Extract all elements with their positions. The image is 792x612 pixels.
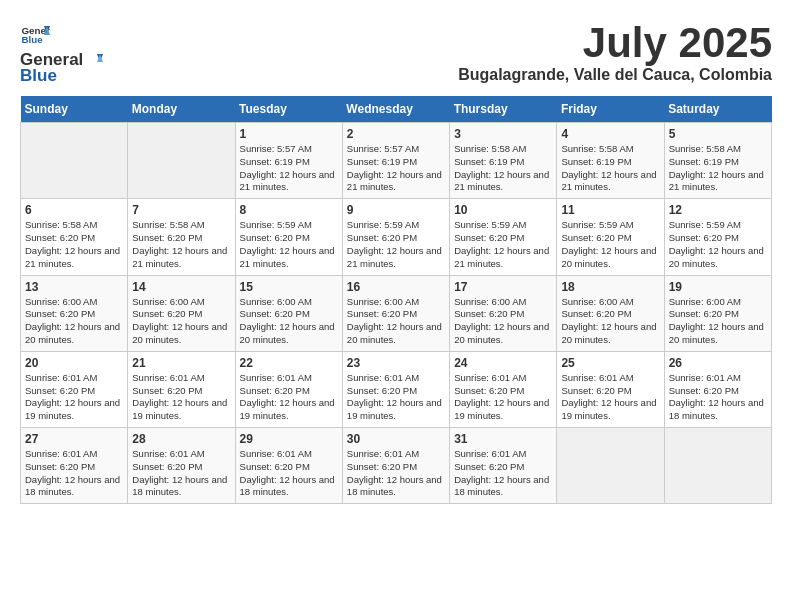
calendar-header: SundayMondayTuesdayWednesdayThursdayFrid… [21, 96, 772, 123]
day-info: Sunrise: 5:57 AMSunset: 6:19 PMDaylight:… [347, 143, 445, 194]
day-info: Sunrise: 6:01 AMSunset: 6:20 PMDaylight:… [240, 448, 338, 499]
calendar-week-2: 6Sunrise: 5:58 AMSunset: 6:20 PMDaylight… [21, 199, 772, 275]
day-number: 24 [454, 356, 552, 370]
calendar-cell: 13Sunrise: 6:00 AMSunset: 6:20 PMDayligh… [21, 275, 128, 351]
day-number: 4 [561, 127, 659, 141]
weekday-header-tuesday: Tuesday [235, 96, 342, 123]
day-info: Sunrise: 6:01 AMSunset: 6:20 PMDaylight:… [132, 448, 230, 499]
day-number: 21 [132, 356, 230, 370]
day-number: 1 [240, 127, 338, 141]
calendar-body: 1Sunrise: 5:57 AMSunset: 6:19 PMDaylight… [21, 123, 772, 504]
calendar-cell: 21Sunrise: 6:01 AMSunset: 6:20 PMDayligh… [128, 351, 235, 427]
location-subtitle: Bugalagrande, Valle del Cauca, Colombia [458, 66, 772, 84]
calendar-cell: 22Sunrise: 6:01 AMSunset: 6:20 PMDayligh… [235, 351, 342, 427]
day-info: Sunrise: 6:01 AMSunset: 6:20 PMDaylight:… [347, 372, 445, 423]
calendar-cell: 8Sunrise: 5:59 AMSunset: 6:20 PMDaylight… [235, 199, 342, 275]
day-number: 20 [25, 356, 123, 370]
title-area: July 2025 Bugalagrande, Valle del Cauca,… [458, 20, 772, 84]
calendar-cell: 6Sunrise: 5:58 AMSunset: 6:20 PMDaylight… [21, 199, 128, 275]
day-info: Sunrise: 6:01 AMSunset: 6:20 PMDaylight:… [454, 372, 552, 423]
calendar-cell: 29Sunrise: 6:01 AMSunset: 6:20 PMDayligh… [235, 428, 342, 504]
day-info: Sunrise: 6:00 AMSunset: 6:20 PMDaylight:… [454, 296, 552, 347]
calendar-cell: 7Sunrise: 5:58 AMSunset: 6:20 PMDaylight… [128, 199, 235, 275]
calendar-cell: 14Sunrise: 6:00 AMSunset: 6:20 PMDayligh… [128, 275, 235, 351]
calendar-cell: 28Sunrise: 6:01 AMSunset: 6:20 PMDayligh… [128, 428, 235, 504]
calendar-cell [128, 123, 235, 199]
day-info: Sunrise: 6:00 AMSunset: 6:20 PMDaylight:… [132, 296, 230, 347]
day-number: 16 [347, 280, 445, 294]
calendar-cell: 10Sunrise: 5:59 AMSunset: 6:20 PMDayligh… [450, 199, 557, 275]
day-number: 2 [347, 127, 445, 141]
calendar-cell: 11Sunrise: 5:59 AMSunset: 6:20 PMDayligh… [557, 199, 664, 275]
calendar-cell: 25Sunrise: 6:01 AMSunset: 6:20 PMDayligh… [557, 351, 664, 427]
calendar-cell [557, 428, 664, 504]
weekday-header-row: SundayMondayTuesdayWednesdayThursdayFrid… [21, 96, 772, 123]
day-number: 29 [240, 432, 338, 446]
logo: General Blue General Blue [20, 20, 103, 86]
logo-bird-icon [83, 50, 103, 70]
day-info: Sunrise: 6:01 AMSunset: 6:20 PMDaylight:… [25, 372, 123, 423]
day-number: 30 [347, 432, 445, 446]
calendar-cell: 12Sunrise: 5:59 AMSunset: 6:20 PMDayligh… [664, 199, 771, 275]
day-info: Sunrise: 5:58 AMSunset: 6:20 PMDaylight:… [25, 219, 123, 270]
day-info: Sunrise: 6:01 AMSunset: 6:20 PMDaylight:… [132, 372, 230, 423]
calendar-cell [21, 123, 128, 199]
day-info: Sunrise: 5:59 AMSunset: 6:20 PMDaylight:… [347, 219, 445, 270]
calendar-week-1: 1Sunrise: 5:57 AMSunset: 6:19 PMDaylight… [21, 123, 772, 199]
calendar-cell: 26Sunrise: 6:01 AMSunset: 6:20 PMDayligh… [664, 351, 771, 427]
day-info: Sunrise: 5:59 AMSunset: 6:20 PMDaylight:… [561, 219, 659, 270]
day-number: 13 [25, 280, 123, 294]
day-info: Sunrise: 6:01 AMSunset: 6:20 PMDaylight:… [25, 448, 123, 499]
day-info: Sunrise: 5:58 AMSunset: 6:20 PMDaylight:… [132, 219, 230, 270]
day-number: 22 [240, 356, 338, 370]
day-number: 28 [132, 432, 230, 446]
day-info: Sunrise: 6:01 AMSunset: 6:20 PMDaylight:… [454, 448, 552, 499]
calendar-cell: 1Sunrise: 5:57 AMSunset: 6:19 PMDaylight… [235, 123, 342, 199]
day-info: Sunrise: 5:59 AMSunset: 6:20 PMDaylight:… [669, 219, 767, 270]
day-number: 14 [132, 280, 230, 294]
calendar-cell: 27Sunrise: 6:01 AMSunset: 6:20 PMDayligh… [21, 428, 128, 504]
day-number: 5 [669, 127, 767, 141]
day-info: Sunrise: 5:58 AMSunset: 6:19 PMDaylight:… [669, 143, 767, 194]
weekday-header-friday: Friday [557, 96, 664, 123]
day-number: 6 [25, 203, 123, 217]
day-info: Sunrise: 6:00 AMSunset: 6:20 PMDaylight:… [669, 296, 767, 347]
day-number: 27 [25, 432, 123, 446]
weekday-header-sunday: Sunday [21, 96, 128, 123]
weekday-header-wednesday: Wednesday [342, 96, 449, 123]
day-number: 17 [454, 280, 552, 294]
day-number: 11 [561, 203, 659, 217]
calendar-cell: 30Sunrise: 6:01 AMSunset: 6:20 PMDayligh… [342, 428, 449, 504]
day-info: Sunrise: 5:58 AMSunset: 6:19 PMDaylight:… [454, 143, 552, 194]
calendar-table: SundayMondayTuesdayWednesdayThursdayFrid… [20, 96, 772, 504]
calendar-cell: 17Sunrise: 6:00 AMSunset: 6:20 PMDayligh… [450, 275, 557, 351]
calendar-cell: 2Sunrise: 5:57 AMSunset: 6:19 PMDaylight… [342, 123, 449, 199]
day-info: Sunrise: 6:01 AMSunset: 6:20 PMDaylight:… [669, 372, 767, 423]
calendar-week-4: 20Sunrise: 6:01 AMSunset: 6:20 PMDayligh… [21, 351, 772, 427]
logo-icon: General Blue [20, 20, 50, 50]
calendar-cell: 16Sunrise: 6:00 AMSunset: 6:20 PMDayligh… [342, 275, 449, 351]
day-info: Sunrise: 5:58 AMSunset: 6:19 PMDaylight:… [561, 143, 659, 194]
header: General Blue General Blue July 2025 Buga… [20, 20, 772, 86]
day-number: 3 [454, 127, 552, 141]
day-info: Sunrise: 5:59 AMSunset: 6:20 PMDaylight:… [240, 219, 338, 270]
day-info: Sunrise: 6:00 AMSunset: 6:20 PMDaylight:… [240, 296, 338, 347]
day-number: 25 [561, 356, 659, 370]
day-number: 10 [454, 203, 552, 217]
calendar-week-5: 27Sunrise: 6:01 AMSunset: 6:20 PMDayligh… [21, 428, 772, 504]
day-number: 23 [347, 356, 445, 370]
calendar-cell: 4Sunrise: 5:58 AMSunset: 6:19 PMDaylight… [557, 123, 664, 199]
day-info: Sunrise: 6:00 AMSunset: 6:20 PMDaylight:… [347, 296, 445, 347]
calendar-cell [664, 428, 771, 504]
weekday-header-thursday: Thursday [450, 96, 557, 123]
calendar-cell: 9Sunrise: 5:59 AMSunset: 6:20 PMDaylight… [342, 199, 449, 275]
calendar-cell: 31Sunrise: 6:01 AMSunset: 6:20 PMDayligh… [450, 428, 557, 504]
day-number: 19 [669, 280, 767, 294]
day-info: Sunrise: 5:59 AMSunset: 6:20 PMDaylight:… [454, 219, 552, 270]
calendar-cell: 18Sunrise: 6:00 AMSunset: 6:20 PMDayligh… [557, 275, 664, 351]
calendar-cell: 5Sunrise: 5:58 AMSunset: 6:19 PMDaylight… [664, 123, 771, 199]
calendar-cell: 24Sunrise: 6:01 AMSunset: 6:20 PMDayligh… [450, 351, 557, 427]
weekday-header-monday: Monday [128, 96, 235, 123]
calendar-cell: 3Sunrise: 5:58 AMSunset: 6:19 PMDaylight… [450, 123, 557, 199]
day-info: Sunrise: 6:01 AMSunset: 6:20 PMDaylight:… [561, 372, 659, 423]
